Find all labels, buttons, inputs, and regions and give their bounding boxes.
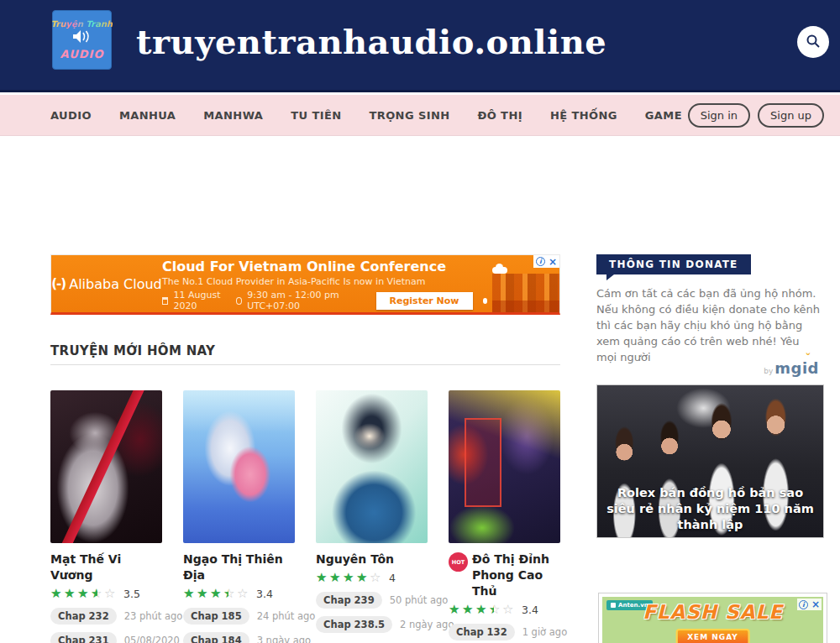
chapter-row: Chap 23223 phút ago <box>50 608 162 625</box>
star-icon: ☆★ <box>237 588 250 600</box>
chapter-button[interactable]: Chap 231 <box>50 632 117 643</box>
nav-item-audio[interactable]: AUDIO <box>50 109 92 122</box>
ad-close-icon[interactable]: × <box>811 599 820 609</box>
alibaba-ad-banner[interactable]: (-) Alibaba Cloud Cloud For Vietnam Onli… <box>50 254 560 315</box>
chapter-row: Chap 1321 giờ ago <box>449 624 560 640</box>
mgid-by-text: by <box>764 367 773 375</box>
nav-item-he-thong[interactable]: HỆ THỐNG <box>550 109 617 122</box>
xem-ngay-button[interactable]: XEM NGAY <box>675 629 750 643</box>
nav-item-tu-tien[interactable]: TU TIÊN <box>291 109 341 122</box>
star-icon: ☆★ <box>449 604 462 616</box>
star-icon: ☆★ <box>210 588 223 600</box>
comic-title[interactable]: Ngạo Thị Thiên Địa <box>183 552 295 583</box>
calendar-icon <box>162 297 168 305</box>
main-nav: AUDIOMANHUAMANHWATU TIÊNTRỌNG SINHĐÔ THỊ… <box>0 95 840 136</box>
donate-message: Cám ơn tất cả các bạn đã ủng hộ nhóm. Nế… <box>596 285 822 365</box>
star-icon: ☆★ <box>370 572 383 584</box>
auth-buttons: Sign in Sign up <box>688 103 824 128</box>
site-title: truyentranhaudio.online <box>136 22 606 61</box>
speaker-icon <box>73 29 92 47</box>
logo-audio-text: AUDIO <box>60 48 104 60</box>
alibaba-bracket-icon: (-) <box>51 276 66 291</box>
banner-title: Cloud For Vietnam Online Conference <box>162 259 487 274</box>
site-logo[interactable]: Truyện Tranh AUDIO <box>52 10 112 70</box>
nav-items: AUDIOMANHUAMANHWATU TIÊNTRỌNG SINHĐÔ THỊ… <box>50 109 682 122</box>
star-icon: ☆★ <box>329 572 343 584</box>
star-icon: ☆★ <box>316 572 329 584</box>
star-rating: ☆★☆★☆★☆★☆★ <box>183 588 250 600</box>
rating-row: ☆★☆★☆★☆★☆★3.4 <box>449 604 560 616</box>
ad-choices-controls: i × <box>533 255 559 268</box>
mgid-attribution[interactable]: bymgid <box>596 359 819 377</box>
star-icon: ☆★ <box>197 588 210 600</box>
rating-value: 3.4 <box>256 588 273 600</box>
chapter-time: 3 ngày ago <box>257 635 311 643</box>
nav-item-game[interactable]: GAME <box>645 109 682 122</box>
rating-row: ☆★☆★☆★☆★☆★3.5 <box>50 588 162 600</box>
site-header: Truyện Tranh AUDIO truyentranhaudio.onli… <box>0 0 840 92</box>
flash-sale-title: FLASH SALE <box>602 601 823 623</box>
chapter-time: 1 giờ ago <box>522 626 568 638</box>
star-icon: ☆★ <box>50 588 64 600</box>
flash-sale-ad[interactable]: Anten.vn FLASH SALE XEM NGAY i × <box>598 593 827 643</box>
star-icon: ☆★ <box>91 588 104 600</box>
flash-sale-ad-inner: Anten.vn FLASH SALE XEM NGAY i × <box>602 597 823 643</box>
star-rating: ☆★☆★☆★☆★☆★ <box>50 588 118 600</box>
banner-text-block: Cloud For Vietnam Online Conference The … <box>162 256 487 311</box>
banner-date: 11 August 2020 <box>173 290 230 311</box>
comic-card: Mạt Thế Vi Vương☆★☆★☆★☆★☆★3.5Chap 23223 … <box>50 390 162 643</box>
comic-cover[interactable] <box>183 390 295 543</box>
comic-title[interactable]: Nguyên Tôn <box>316 552 394 567</box>
star-rating: ☆★☆★☆★☆★☆★ <box>449 604 516 616</box>
cloud-icon <box>492 267 507 274</box>
chapter-button[interactable]: Chap 232 <box>50 608 117 625</box>
ad-info-icon[interactable]: i <box>536 257 545 266</box>
nav-item-trong-sinh[interactable]: TRỌNG SINH <box>369 109 449 122</box>
chapter-row: Chap 23950 phút ago <box>316 592 428 609</box>
chapter-time: 24 phút ago <box>257 610 316 622</box>
building-illustration <box>492 274 559 312</box>
comic-cover[interactable] <box>316 390 428 543</box>
star-icon: ☆★ <box>475 604 489 616</box>
comic-title[interactable]: Mạt Thế Vi Vương <box>50 552 162 583</box>
sign-up-button[interactable]: Sign up <box>758 103 824 128</box>
chapter-button[interactable]: Chap 239 <box>316 592 382 609</box>
comic-cover[interactable] <box>449 390 560 543</box>
chapter-row: Chap 18524 phút ago <box>183 608 295 625</box>
register-now-button[interactable]: Register Now <box>376 292 473 310</box>
comic-card: Ngạo Thị Thiên Địa☆★☆★☆★☆★☆★3.4Chap 1852… <box>183 390 295 643</box>
chapter-button[interactable]: Chap 185 <box>183 608 249 625</box>
comic-title[interactable]: Đô Thị Đỉnh Phong Cao Thủ <box>472 552 560 599</box>
sign-in-button[interactable]: Sign in <box>688 103 750 128</box>
comic-title-row: Nguyên Tôn <box>316 552 428 567</box>
chapter-time: 2 ngày ago <box>400 619 454 630</box>
comic-cover[interactable] <box>50 390 162 543</box>
native-ad-rolex[interactable]: Rolex bán đồng hồ bản sao siêu rẻ nhân k… <box>596 384 824 538</box>
star-icon: ☆★ <box>502 604 516 616</box>
comic-title-row: Ngạo Thị Thiên Địa <box>183 552 295 583</box>
banner-time: 9:30 am - 12:00 pm UTC+07:00 <box>247 290 362 311</box>
star-icon: ☆★ <box>462 604 475 616</box>
ad-close-icon[interactable]: × <box>549 257 557 267</box>
nav-item-manhua[interactable]: MANHUA <box>119 109 176 122</box>
section-title-new-today: TRUYỆN MỚI HÔM NAY <box>50 343 215 358</box>
chapter-time: 23 phút ago <box>124 610 183 622</box>
alibaba-logo: (-) Alibaba Cloud <box>51 276 162 292</box>
comic-card-grid: Mạt Thế Vi Vương☆★☆★☆★☆★☆★3.5Chap 23223 … <box>50 390 581 643</box>
chapter-button[interactable]: Chap 238.5 <box>316 616 392 633</box>
nav-item-manhwa[interactable]: MANHWA <box>203 109 263 122</box>
ad-info-icon[interactable]: i <box>799 600 808 609</box>
chapter-row: Chap 238.52 ngày ago <box>316 616 428 633</box>
search-button[interactable] <box>797 26 829 58</box>
rating-value: 4 <box>389 572 396 584</box>
comic-title-row: HOTĐô Thị Đỉnh Phong Cao Thủ <box>449 552 560 599</box>
star-icon: ☆★ <box>489 604 502 616</box>
star-icon: ☆★ <box>343 572 356 584</box>
chapter-button[interactable]: Chap 184 <box>183 632 249 643</box>
nav-item--o-thi[interactable]: ĐÔ THỊ <box>477 109 522 122</box>
rating-row: ☆★☆★☆★☆★☆★4 <box>316 572 428 584</box>
star-icon: ☆★ <box>356 572 370 584</box>
chapter-row: Chap 23105/08/2020 <box>50 632 162 643</box>
chapter-button[interactable]: Chap 132 <box>449 624 515 640</box>
rating-value: 3.4 <box>522 604 538 616</box>
